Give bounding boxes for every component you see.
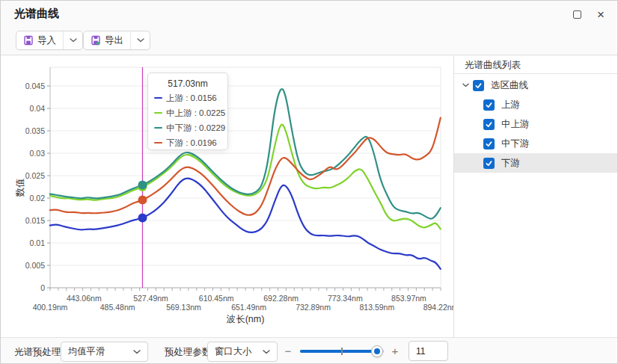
- curve-list-header: 光谱曲线列表: [454, 56, 618, 74]
- window-title: 光谱曲线: [14, 7, 59, 21]
- export-dropdown-button[interactable]: [130, 31, 150, 49]
- chevron-down-icon: [137, 38, 144, 43]
- tooltip-swatch: [154, 97, 162, 99]
- y-tick-label: 0.02: [30, 194, 46, 203]
- close-button[interactable]: ×: [592, 7, 610, 22]
- spectral-curve-window: 光谱曲线 × 导入: [0, 0, 618, 364]
- check-icon: [485, 140, 493, 148]
- y-tick-label: 0.005: [25, 261, 45, 270]
- tree-row-curve[interactable]: 上游: [454, 95, 618, 114]
- tooltip-swatch: [154, 142, 162, 144]
- toolbar: 导入 导出: [1, 26, 617, 55]
- export-split-button: 导出: [83, 31, 150, 50]
- marker-dot-上游: [138, 213, 147, 222]
- chevron-down-icon: [133, 350, 141, 354]
- import-button[interactable]: 导入: [16, 31, 63, 49]
- curve-list-sidebar: 光谱曲线列表 选区曲线 上游 中上游 中下游: [453, 56, 618, 337]
- curve-tree: 选区曲线 上游 中上游 中下游 下游: [454, 74, 618, 173]
- check-icon: [485, 159, 493, 167]
- chevron-down-icon: [70, 38, 77, 43]
- chevron-down-icon: [263, 350, 270, 354]
- check-icon: [485, 120, 493, 129]
- x-tick-label: 732.89nm: [296, 303, 331, 312]
- param-select[interactable]: 窗口大小: [207, 342, 278, 362]
- checkbox-curve[interactable]: [483, 138, 495, 149]
- x-tick-label: 773.34nm: [328, 294, 363, 303]
- y-tick-label: 0.045: [25, 81, 45, 90]
- tree-row-curve[interactable]: 中上游: [454, 114, 618, 134]
- x-tick-label: 853.97nm: [391, 294, 426, 303]
- window-size-input[interactable]: [409, 341, 448, 361]
- tree-label: 中上游: [501, 118, 530, 131]
- export-icon: [91, 35, 101, 46]
- chart-panel: 00.0050.010.0150.020.0250.030.0350.040.0…: [1, 56, 453, 337]
- checkbox-parent[interactable]: [473, 80, 484, 91]
- window-size-slider[interactable]: [300, 342, 384, 361]
- tree-label: 选区曲线: [491, 79, 528, 92]
- series-line-中上游: [50, 125, 441, 229]
- export-label: 导出: [105, 34, 123, 47]
- preprocess-select[interactable]: 均值平滑: [61, 342, 148, 362]
- y-tick-label: 0.015: [25, 216, 45, 225]
- titlebar: 光谱曲线 ×: [1, 1, 617, 26]
- y-tick-label: 0.035: [25, 126, 45, 135]
- marker-dot-中下游: [138, 181, 147, 190]
- tree-row-curve[interactable]: 中下游: [454, 134, 618, 153]
- expander-chevron-icon[interactable]: [460, 80, 471, 90]
- param-select-value: 窗口大小: [215, 345, 251, 358]
- tooltip-swatch: [154, 112, 162, 114]
- y-tick-label: 0: [40, 283, 45, 292]
- x-tick-label: 651.49nm: [231, 303, 266, 312]
- x-tick-label: 610.45nm: [199, 294, 234, 303]
- y-tick-label: 0.03: [30, 149, 46, 158]
- preprocess-select-value: 均值平滑: [68, 345, 105, 358]
- y-tick-label: 0.025: [25, 171, 45, 180]
- x-tick-label: 443.06nm: [67, 294, 102, 303]
- tooltip-row: 中上游 : 0.0225: [154, 105, 221, 120]
- tooltip-row: 上游 : 0.0156: [154, 90, 221, 105]
- x-axis-title: 波长(nm): [226, 314, 265, 324]
- tree-label: 下游: [501, 157, 520, 170]
- chart-tooltip: 517.03nm 上游 : 0.0156 中上游 : 0.0225 中下游 : …: [147, 73, 228, 150]
- marker-dot-下游: [138, 195, 147, 204]
- tree-row-parent[interactable]: 选区曲线: [454, 75, 618, 95]
- x-tick-label: 485.48nm: [100, 303, 135, 312]
- series-line-下游: [50, 118, 441, 215]
- x-tick-label: 527.49nm: [133, 294, 168, 303]
- tooltip-row: 中下游 : 0.0229: [154, 120, 221, 135]
- x-tick-label: 400.19nm: [33, 303, 68, 312]
- slider-track-fill: [300, 350, 377, 353]
- slider-thumb[interactable]: [371, 345, 383, 357]
- import-label: 导入: [37, 34, 56, 47]
- x-tick-label: 569.13nm: [166, 303, 201, 312]
- tree-label: 中下游: [501, 138, 530, 150]
- import-icon: [23, 35, 34, 46]
- checkbox-curve[interactable]: [483, 119, 495, 130]
- x-tick-label: 692.28nm: [263, 294, 299, 303]
- tree-row-curve[interactable]: 下游: [454, 153, 618, 173]
- preprocess-label: 光谱预处理: [14, 346, 61, 359]
- slider-center-tick: [341, 348, 343, 355]
- slider-decrease-button[interactable]: −: [283, 345, 293, 357]
- series-line-上游: [50, 179, 441, 269]
- import-dropdown-button[interactable]: [63, 31, 82, 49]
- slider-increase-button[interactable]: +: [390, 345, 400, 357]
- check-icon: [474, 81, 483, 90]
- check-icon: [485, 101, 493, 109]
- slider-thumb-dot: [374, 348, 380, 354]
- x-tick-label: 813.59nm: [359, 303, 394, 312]
- x-tick-label: 894.22nm: [423, 303, 453, 312]
- y-tick-label: 0.04: [30, 104, 46, 113]
- preprocess-bar: 光谱预处理 均值平滑 预处理参数 窗口大小 − +: [1, 337, 618, 364]
- export-button[interactable]: 导出: [84, 31, 130, 49]
- tooltip-wavelength: 517.03nm: [154, 77, 221, 90]
- checkbox-curve[interactable]: [483, 158, 495, 169]
- y-tick-label: 0.01: [30, 238, 46, 247]
- tooltip-row: 下游 : 0.0196: [154, 135, 221, 150]
- checkbox-curve[interactable]: [483, 99, 495, 111]
- maximize-button[interactable]: [568, 7, 586, 22]
- tree-label: 上游: [501, 99, 520, 111]
- import-split-button: 导入: [16, 31, 83, 50]
- param-label: 预处理参数: [165, 346, 212, 359]
- y-axis-title: 数值: [15, 179, 25, 197]
